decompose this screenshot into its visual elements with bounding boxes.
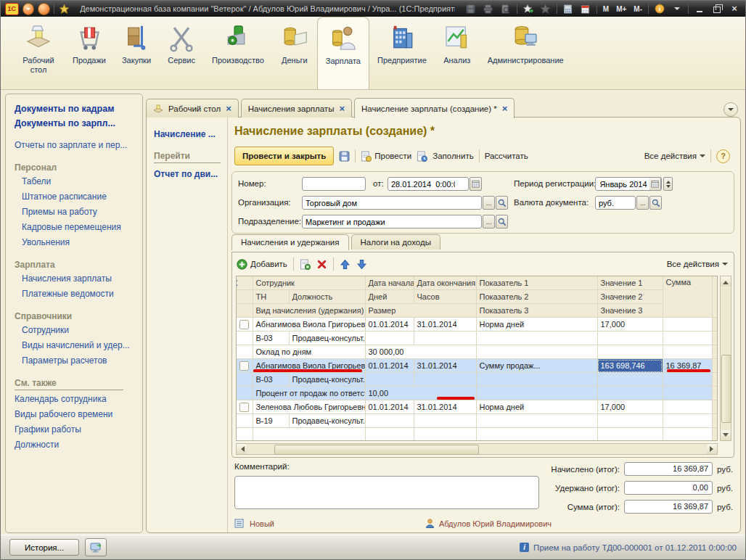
value-cell[interactable]: 17,000 [597, 318, 663, 332]
horizontal-scroll-thumb[interactable] [274, 445, 479, 455]
indicator2-cell[interactable] [476, 332, 597, 345]
grid-row[interactable]: В-03Продавец-консульт... [237, 373, 718, 387]
ribbon-section-service[interactable]: Сервис [159, 17, 204, 89]
delete-row-button[interactable] [316, 259, 327, 270]
hours-cell[interactable] [414, 414, 476, 428]
scroll-right-button[interactable] [707, 444, 717, 454]
indicator-cell[interactable]: Сумму продаж... [476, 359, 597, 373]
sum-cell[interactable] [663, 373, 712, 387]
ribbon-section-salary[interactable]: Зарплата [317, 17, 369, 89]
sum-cell[interactable]: 16 369,87 [663, 359, 712, 373]
sidebar-item[interactable]: Кадровые перемещения [15, 220, 139, 235]
minimize-button[interactable] [693, 3, 706, 15]
hours-cell[interactable] [414, 373, 476, 387]
sum-cell[interactable] [663, 345, 712, 359]
grid-column-header[interactable]: Дата начала [365, 276, 414, 290]
sum-cell[interactable] [663, 400, 712, 414]
restore-button[interactable] [710, 3, 724, 15]
close-button[interactable]: × [728, 3, 741, 15]
ribbon-section-administration[interactable]: Администрирование [480, 17, 572, 89]
organization-input[interactable] [302, 196, 482, 210]
sidebar-item[interactable]: Платежные ведомости [15, 287, 139, 302]
sidebar-item[interactable]: Календарь сотрудника [15, 392, 139, 407]
tn-cell[interactable]: В-19 [253, 414, 289, 428]
period-stepper[interactable] [663, 177, 673, 191]
grid-column-header[interactable]: Значение 2 [597, 290, 663, 304]
position-cell[interactable]: Продавец-консульт... [289, 373, 365, 387]
horizontal-scrollbar[interactable] [236, 443, 718, 455]
preview-icon[interactable] [499, 3, 512, 15]
sidebar-item[interactable]: Виды начислений и удер... [15, 338, 139, 353]
grid-column-header[interactable]: ТН [253, 290, 289, 304]
employee-cell[interactable] [253, 428, 365, 442]
value3-cell[interactable] [597, 387, 663, 400]
vertical-scrollbar[interactable] [720, 276, 731, 441]
indicator2-cell[interactable] [476, 414, 597, 428]
move-down-button[interactable] [356, 259, 367, 270]
hours-cell[interactable] [414, 332, 476, 345]
main-menu-button[interactable] [22, 3, 35, 15]
history-button[interactable]: История... [9, 539, 79, 556]
sidebar-item[interactable]: Графики работы [15, 422, 139, 437]
memory-subtract-button[interactable]: M- [632, 3, 644, 15]
employee-cell[interactable]: Зеленова Любовь Григорьевна [253, 400, 365, 414]
row-checkbox[interactable] [239, 403, 249, 412]
indicator-cell[interactable]: Норма дней [476, 400, 597, 414]
value2-cell[interactable] [597, 332, 663, 345]
add-favorite-icon[interactable] [522, 3, 535, 15]
move-up-button[interactable] [340, 259, 351, 270]
employee-cell[interactable]: Абнагимова Виола Григорьевна [253, 359, 365, 373]
calculate-button[interactable]: Рассчитать [485, 152, 528, 160]
grid-column-header[interactable]: Часов [414, 290, 476, 304]
help-button[interactable]: ? [716, 149, 730, 163]
grid-empty-row[interactable] [237, 428, 718, 442]
sum-cell[interactable] [663, 332, 712, 345]
sidebar-item[interactable]: Виды рабочего времени [15, 407, 139, 422]
scroll-down-button[interactable] [721, 430, 731, 440]
sidebar-item[interactable]: Параметры расчетов [15, 353, 139, 368]
grid-row[interactable]: В-19Продавец-консульт... [237, 414, 718, 428]
tab-active[interactable]: Начисление зарплаты (создание) *× [354, 98, 515, 118]
post-button[interactable]: Провести [361, 151, 411, 162]
favorites-star-icon[interactable] [58, 3, 70, 15]
memory-add-button[interactable]: M+ [615, 3, 628, 15]
date-start-cell[interactable]: 01.01.2014 [365, 318, 414, 332]
tab-income-taxes[interactable]: Налоги на доходы [351, 234, 440, 250]
sidebar-item[interactable]: Увольнения [15, 235, 139, 250]
grid-column-header[interactable]: Сумма [663, 276, 712, 318]
position-cell[interactable]: Продавец-консульт... [289, 414, 365, 428]
value2-cell[interactable] [597, 414, 663, 428]
value3-cell[interactable] [597, 345, 663, 359]
accrual-kind-cell[interactable]: Оклад по дням [253, 345, 365, 359]
currency-select-button[interactable]: ... [636, 196, 649, 210]
tab-accruals-deductions[interactable]: Начисления и удержания [231, 234, 349, 250]
fill-document-button[interactable] [417, 151, 427, 162]
date-end-cell[interactable]: 31.01.2014 [414, 359, 476, 373]
grid-row[interactable]: Оклад по дням30 000,00 [237, 345, 718, 359]
grid-column-header[interactable]: Значение 1 [597, 276, 663, 290]
grid-row[interactable]: Процент от продаж по ответст...10,00 [237, 387, 718, 400]
close-tab-icon[interactable]: × [502, 104, 508, 113]
value-cell[interactable]: 163 698,746 [597, 359, 663, 373]
all-actions-button[interactable]: Все действия [644, 152, 705, 160]
grid-column-header[interactable]: Показатель 1 [476, 276, 597, 290]
indicator3-cell[interactable] [476, 345, 597, 359]
copy-row-button[interactable] [300, 259, 311, 270]
date-start-cell[interactable]: 01.01.2014 [365, 359, 414, 373]
ribbon-section-sales[interactable]: Продажи [65, 17, 114, 89]
grid-column-header[interactable]: Должность [289, 290, 365, 304]
date-end-cell[interactable]: 31.01.2014 [414, 318, 476, 332]
ribbon-section-production[interactable]: Производство [204, 17, 272, 89]
days-cell[interactable] [365, 332, 414, 345]
size-cell[interactable]: 10,00 [365, 387, 476, 400]
calculator-icon[interactable] [562, 3, 575, 15]
row-checkbox[interactable] [239, 320, 249, 329]
indicator3-cell[interactable] [476, 387, 597, 400]
grid-row[interactable]: Абнагимова Виола Григорьевна01.01.201431… [237, 359, 718, 373]
remote-desktop-button[interactable] [85, 538, 107, 556]
ribbon-section-analysis[interactable]: Анализ [435, 17, 480, 89]
nav-link-accrual[interactable]: Начисление ... [154, 129, 227, 139]
ribbon-section-enterprise[interactable]: Предприятие [369, 17, 435, 89]
grid-row[interactable]: Абнагимова Виола Григорьевна01.01.201431… [237, 318, 718, 332]
currency-search-button[interactable] [649, 196, 662, 210]
